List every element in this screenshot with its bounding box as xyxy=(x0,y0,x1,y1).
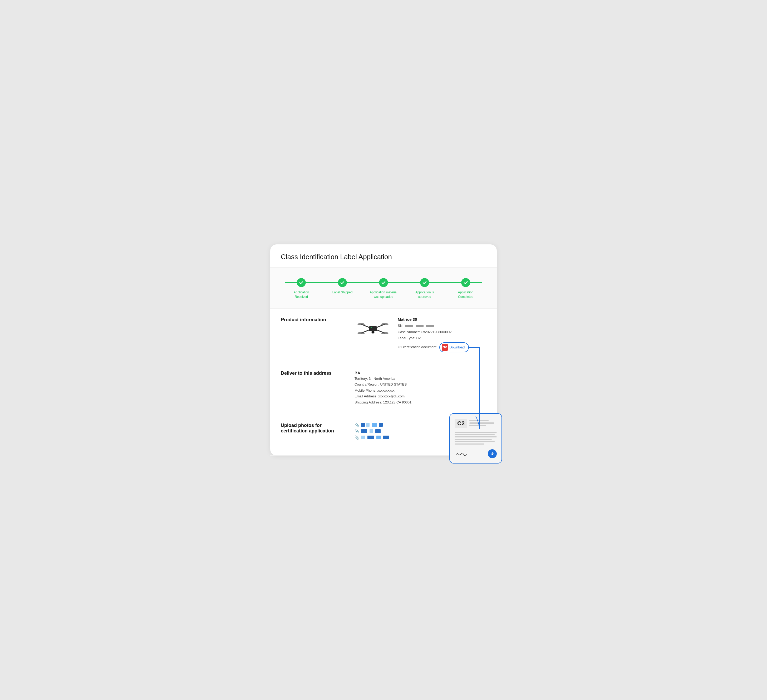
doc-body-line-2 xyxy=(455,434,495,435)
step-label-approved: Application is approved xyxy=(410,290,439,299)
doc-badge: C2 xyxy=(455,419,467,428)
step-circle-completed xyxy=(461,278,470,287)
upload-title-col: Upload photos for certification applicat… xyxy=(281,423,344,439)
cert-doc-line: C1 certification document: PDF Download xyxy=(398,342,486,352)
step-circle-received xyxy=(297,278,306,287)
file-sq xyxy=(376,429,380,433)
file-sq xyxy=(368,436,374,439)
address-shipping: Shipping Address: 123,123,CA 90001 xyxy=(355,400,486,405)
pdf-icon: PDF xyxy=(442,344,448,351)
doc-body xyxy=(455,432,497,445)
file-sq xyxy=(376,436,381,439)
doc-body-line-5 xyxy=(455,441,495,442)
download-icon xyxy=(490,452,495,456)
product-section-title: Product information xyxy=(281,317,344,323)
upload-section-title: Upload photos for certification applicat… xyxy=(281,423,344,434)
doc-body-line-3 xyxy=(455,436,497,438)
paperclip-icon-3: 📎 xyxy=(355,435,359,439)
svg-point-9 xyxy=(372,331,374,333)
product-two-col: Product information xyxy=(281,317,486,353)
svg-point-8 xyxy=(381,332,388,334)
step-label-received: Application Received xyxy=(287,290,316,299)
step-label-shipped: Label Shipped xyxy=(333,290,353,295)
doc-footer xyxy=(455,449,497,458)
file-sq xyxy=(361,436,365,439)
address-content-col: BA Territory: 3– North America Country/R… xyxy=(355,371,486,406)
file-sq xyxy=(361,423,365,426)
product-section: Product information xyxy=(270,309,497,362)
file-block-3 xyxy=(361,436,389,439)
step-completed: Application Completed xyxy=(445,278,486,299)
case-number-line: Case Number: Cx20221208000002 xyxy=(398,329,486,335)
product-name: Matrice 30 xyxy=(398,317,486,321)
paperclip-icon-1: 📎 xyxy=(355,423,359,427)
file-sq xyxy=(383,436,389,439)
sn-redacted-1 xyxy=(405,325,413,327)
page-title: Class Identification Label Application xyxy=(281,253,486,261)
product-image xyxy=(355,317,391,341)
sn-redacted-3 xyxy=(426,325,434,327)
step-uploaded: Application material was uploaded xyxy=(363,278,404,299)
check-icon xyxy=(463,280,468,285)
step-label-completed: Application Completed xyxy=(451,290,480,299)
address-territory: Territory: 3– North America xyxy=(355,376,486,381)
doc-body-line-4 xyxy=(455,439,492,440)
svg-point-10 xyxy=(371,327,372,328)
doc-line-2 xyxy=(469,422,494,424)
page-header: Class Identification Label Application xyxy=(270,244,497,267)
address-section-title: Deliver to this address xyxy=(281,371,344,376)
download-button[interactable]: PDF Download xyxy=(439,342,469,352)
doc-body-line-1 xyxy=(455,432,497,433)
file-sq xyxy=(379,423,383,426)
label-type-line: Label Type: C2 xyxy=(398,336,486,341)
sn-line: SN: xyxy=(398,323,486,328)
progress-section: Application Received Label Shipped Appli… xyxy=(270,267,497,309)
doc-line-1 xyxy=(469,420,489,422)
address-title-col: Deliver to this address xyxy=(281,371,344,406)
product-title-col: Product information xyxy=(281,317,344,353)
file-sq xyxy=(366,423,369,426)
drone-svg xyxy=(356,318,390,339)
step-received: Application Received xyxy=(281,278,322,299)
signature-svg xyxy=(455,451,468,457)
address-two-col: Deliver to this address BA Territory: 3–… xyxy=(281,371,486,406)
address-name: BA xyxy=(355,371,486,375)
address-email: Email Address: xxxxxxx@dji.com xyxy=(355,394,486,399)
file-sq xyxy=(369,429,373,433)
doc-download-button[interactable] xyxy=(488,449,497,458)
product-content-col: Matrice 30 SN: Case Number: Cx2022120800… xyxy=(355,317,486,353)
svg-rect-0 xyxy=(369,326,377,331)
check-icon xyxy=(299,280,304,285)
step-label-uploaded: Application material was uploaded xyxy=(369,290,398,299)
svg-point-5 xyxy=(357,323,365,325)
address-mobile: Mobile Phone: xxxxxxxxxx xyxy=(355,388,486,393)
main-card: Class Identification Label Application A… xyxy=(270,244,497,456)
sn-redacted-2 xyxy=(415,325,423,327)
progress-track: Application Received Label Shipped Appli… xyxy=(281,278,486,299)
document-popup: C2 xyxy=(449,413,502,463)
step-circle-shipped xyxy=(338,278,347,287)
check-icon xyxy=(381,280,386,285)
file-block-2 xyxy=(361,429,380,433)
doc-header: C2 xyxy=(455,419,497,428)
download-label: Download xyxy=(449,345,465,350)
step-approved: Application is approved xyxy=(404,278,445,299)
step-circle-approved xyxy=(420,278,429,287)
product-details: Matrice 30 SN: Case Number: Cx2022120800… xyxy=(398,317,486,353)
file-sq xyxy=(361,429,367,433)
paperclip-icon-2: 📎 xyxy=(355,429,359,433)
step-shipped: Label Shipped xyxy=(322,278,363,295)
step-circle-uploaded xyxy=(379,278,388,287)
address-country: Country/Region: UNITED STATES xyxy=(355,382,486,387)
check-icon xyxy=(422,280,427,285)
doc-body-line-6 xyxy=(455,444,484,445)
svg-point-6 xyxy=(381,323,388,325)
svg-point-7 xyxy=(357,332,365,334)
doc-line-3 xyxy=(469,425,486,426)
file-block-1 xyxy=(361,423,383,426)
address-section: Deliver to this address BA Territory: 3–… xyxy=(270,362,497,415)
doc-header-lines xyxy=(469,420,497,426)
file-sq xyxy=(372,423,377,426)
check-icon xyxy=(340,280,345,285)
